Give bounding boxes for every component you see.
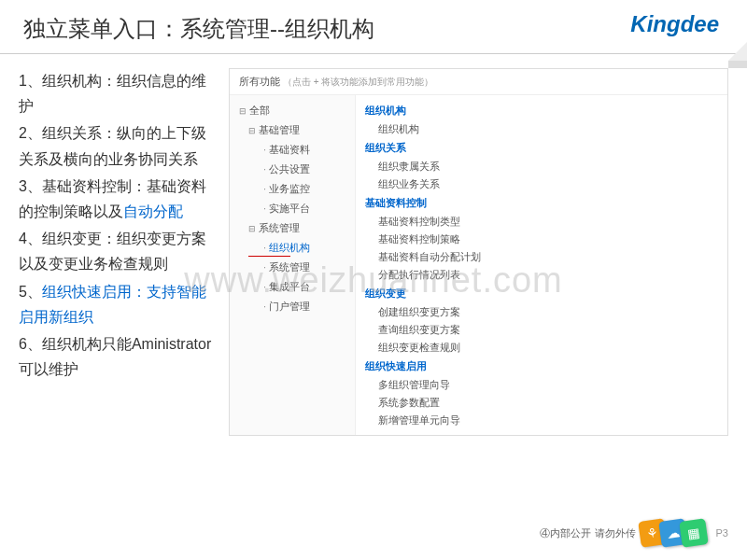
tree-sub-item[interactable]: 实施平台 <box>230 199 355 218</box>
category-item[interactable]: 组织变更检查规则 <box>365 339 718 357</box>
note-item: 6、组织机构只能Aministrator可以维护 <box>19 331 215 382</box>
function-hint: （点击 + 将该功能添加到常用功能） <box>283 77 433 87</box>
collapse-icon: ⊟ <box>248 224 256 233</box>
collapse-icon: ⊟ <box>239 106 247 116</box>
footer-text: ④内部公开 请勿外传 <box>540 526 635 540</box>
tree-basic-mgmt[interactable]: ⊟基础管理 <box>230 120 355 140</box>
category-item[interactable]: 多组织管理向导 <box>365 376 718 394</box>
category-item[interactable]: 新增管理单元向导 <box>365 412 718 429</box>
page-title: 独立菜单入口：系统管理--组织机构 <box>23 14 724 44</box>
note-item: 4、组织变更：组织变更方案以及变更业务检查规则 <box>19 226 215 276</box>
category-item[interactable]: 基础资料控制策略 <box>365 231 718 248</box>
category-item[interactable]: 基础资料自动分配计划 <box>365 248 718 266</box>
category-item[interactable]: 组织隶属关系 <box>365 158 718 175</box>
function-header: 所有功能 （点击 + 将该功能添加到常用功能） <box>230 69 727 95</box>
tree-sub-item[interactable]: 基础资料 <box>230 140 355 160</box>
footer-icons: ⚘ ☁ ▦ <box>645 520 707 546</box>
category-title: 组织关系 <box>365 138 718 158</box>
tree-container: ⊟全部 ⊟基础管理 基础资料公共设置业务监控实施平台 ⊟系统管理 组织机构系统管… <box>230 95 727 435</box>
category-title: 组织变更 <box>365 284 718 303</box>
notes-panel: 1、组织机构：组织信息的维护 2、组织关系：纵向的上下级关系及横向的业务协同关系… <box>19 68 215 436</box>
tree-root-all[interactable]: ⊟全部 <box>230 101 355 120</box>
tree-sub-item[interactable]: 公共设置 <box>230 160 355 179</box>
tree-sub-item[interactable]: 门户管理 <box>230 297 355 316</box>
tree-nav: ⊟全部 ⊟基础管理 基础资料公共设置业务监控实施平台 ⊟系统管理 组织机构系统管… <box>230 95 356 435</box>
category-title: 组织机构 <box>365 101 718 120</box>
note-item: 2、组织关系：纵向的上下级关系及横向的业务协同关系 <box>19 120 215 171</box>
kingdee-logo: Kingdee <box>630 11 719 37</box>
all-functions-label: 所有功能 <box>239 76 280 87</box>
category-item[interactable]: 分配执行情况列表 <box>365 266 718 284</box>
footer: ④内部公开 请勿外传 ⚘ ☁ ▦ P3 <box>540 520 728 546</box>
tree-sys-mgmt[interactable]: ⊟系统管理 <box>230 218 355 238</box>
collapse-icon: ⊟ <box>248 126 256 135</box>
function-panel: 所有功能 （点击 + 将该功能添加到常用功能） ⊟全部 ⊟基础管理 基础资料公共… <box>229 68 728 436</box>
category-title: 组织快速启用 <box>365 357 718 376</box>
category-item[interactable]: 基础资料控制类型 <box>365 213 718 231</box>
note-item: 3、基础资料控制：基础资料的控制策略以及自动分配 <box>19 174 215 224</box>
tree-sub-item[interactable]: 业务监控 <box>230 179 355 199</box>
category-item[interactable]: 组织业务关系 <box>365 175 718 193</box>
category-item[interactable]: 创建组织变更方案 <box>365 303 718 321</box>
tree-sub-item-selected[interactable]: 组织机构 <box>230 238 355 258</box>
note-item: 1、组织机构：组织信息的维护 <box>19 68 215 119</box>
category-item[interactable]: 查询组织变更方案 <box>365 321 718 339</box>
content-area: 1、组织机构：组织信息的维护 2、组织关系：纵向的上下级关系及横向的业务协同关系… <box>0 54 747 450</box>
grid-icon: ▦ <box>679 518 709 548</box>
category-item[interactable]: 系统参数配置 <box>365 394 718 412</box>
slide-header: 独立菜单入口：系统管理--组织机构 Kingdee <box>0 0 747 54</box>
category-item[interactable]: 组织机构 <box>365 120 718 138</box>
page-fold-icon <box>728 42 747 61</box>
page-number: P3 <box>716 527 728 539</box>
highlight-text: 组织快速启用：支持智能启用新组织 <box>19 284 206 325</box>
tree-sub-item[interactable]: 系统管理 <box>230 258 355 277</box>
highlight-text: 自动分配 <box>123 203 183 219</box>
tree-sub-item[interactable]: 集成平台 <box>230 277 355 297</box>
category-title: 基础资料控制 <box>365 193 718 213</box>
note-item: 5、组织快速启用：支持智能启用新组织 <box>19 279 215 329</box>
tree-detail: 组织机构组织机构组织关系组织隶属关系组织业务关系基础资料控制基础资料控制类型基础… <box>356 95 727 435</box>
